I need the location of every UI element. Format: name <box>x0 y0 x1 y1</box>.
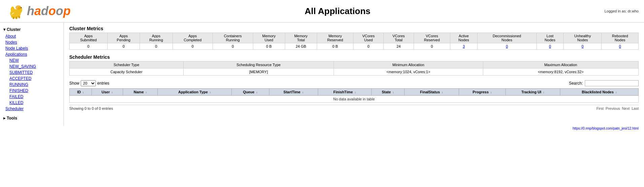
pagination-first[interactable]: First <box>596 106 603 110</box>
val-sched-min-alloc: <memory:1024, vCores:1> <box>334 68 483 76</box>
sidebar: ▾ Cluster About Nodes Node Labels Applic… <box>0 22 64 126</box>
sched-col-max-alloc: Maximum Allocation <box>483 61 638 68</box>
col-containers-running: ContainersRunning <box>213 33 253 43</box>
sidebar-item-finished[interactable]: FINISHED <box>0 88 64 94</box>
col-apps-submitted: AppsSubmitted <box>70 33 108 43</box>
col-apps-completed: AppsCompleted <box>173 33 213 43</box>
content-area: Cluster Metrics AppsSubmitted AppsPendin… <box>64 22 644 126</box>
col-memory-used: MemoryUsed <box>253 33 285 43</box>
cluster-section-header[interactable]: ▾ Cluster <box>0 26 64 33</box>
sidebar-item-failed[interactable]: FAILED <box>0 94 64 100</box>
entries-label: entries <box>97 81 109 86</box>
entries-select[interactable]: 10 20 25 50 100 <box>81 80 96 86</box>
val-apps-submitted: 0 <box>70 43 108 50</box>
sidebar-item-running[interactable]: RUNNING <box>0 82 64 88</box>
val-sched-type: Capacity Scheduler <box>70 68 184 76</box>
val-apps-completed: 0 <box>173 43 213 50</box>
apps-col-start-time[interactable]: StartTime ↕ <box>269 89 318 96</box>
sidebar-item-node-labels[interactable]: Node Labels <box>0 45 64 51</box>
scheduler-metrics-row: Capacity Scheduler [MEMORY] <memory:1024… <box>70 68 639 76</box>
cluster-metrics-row: 0 0 0 0 0 0 B 24 GB 0 B 0 24 0 3 0 0 0 0 <box>70 43 639 50</box>
apps-col-blacklisted-nodes[interactable]: Blacklisted Nodes ↕ <box>560 89 638 96</box>
hadoop-logo-icon <box>5 3 26 19</box>
logo-area: hadoop <box>5 3 71 19</box>
val-active-nodes[interactable]: 3 <box>450 43 478 50</box>
show-label: Show <box>69 81 79 86</box>
apps-col-finish-time[interactable]: FinishTime ↕ <box>318 89 371 96</box>
pagination-previous[interactable]: Previous <box>606 106 620 110</box>
show-entries-control: Show 10 20 25 50 100 entries <box>69 80 109 86</box>
col-decommissioned-nodes: DecommissionedNodes <box>477 33 536 43</box>
svg-point-5 <box>21 7 22 8</box>
sched-col-min-alloc: Minimum Allocation <box>334 61 483 68</box>
pagination-next[interactable]: Next <box>622 106 630 110</box>
no-data-row: No data available in table <box>70 96 639 103</box>
sidebar-item-new[interactable]: NEW <box>0 57 64 63</box>
sidebar-item-about[interactable]: About <box>0 33 64 39</box>
svg-rect-7 <box>15 16 17 19</box>
apps-col-state[interactable]: State ↕ <box>371 89 404 96</box>
logged-in-label: Logged in as: dr.who <box>604 9 639 13</box>
col-rebooted-nodes: RebootedNodes <box>602 33 639 43</box>
applications-table: ID ↕ User ↕ Name ↕ Application Type ↕ Qu… <box>69 88 639 103</box>
pagination-buttons: First Previous Next Last <box>596 106 639 110</box>
sidebar-item-applications[interactable]: Applications <box>0 51 64 57</box>
url-link[interactable]: https://0.rmp/blogspot.com/patn_jesi/12.… <box>573 127 639 130</box>
pagination-last[interactable]: Last <box>632 106 639 110</box>
url-bar: https://0.rmp/blogspot.com/patn_jesi/12.… <box>0 126 644 132</box>
col-lost-nodes: LostNodes <box>536 33 564 43</box>
page-title: All Applications <box>71 6 604 16</box>
val-apps-running: 0 <box>140 43 173 50</box>
sidebar-item-accepted[interactable]: ACCEPTED <box>0 76 64 82</box>
val-memory-total: 24 GB <box>285 43 317 50</box>
val-rebooted-nodes[interactable]: 0 <box>602 43 639 50</box>
col-vcores-reserved: VCoresReserved <box>414 33 450 43</box>
svg-point-3 <box>11 6 14 12</box>
apps-col-name[interactable]: Name ↕ <box>123 89 158 96</box>
tools-label: Tools <box>7 116 17 121</box>
val-vcores-total: 24 <box>383 43 414 50</box>
svg-rect-6 <box>12 16 14 19</box>
sidebar-item-scheduler[interactable]: Scheduler <box>0 106 64 112</box>
val-vcores-used: 0 <box>353 43 384 50</box>
sidebar-item-submitted[interactable]: SUBMITTED <box>0 69 64 76</box>
sidebar-item-new-saving[interactable]: NEW_SAVING <box>0 63 64 69</box>
apps-col-tracking-ui[interactable]: Tracking UI ↕ <box>505 89 560 96</box>
apps-col-final-status[interactable]: FinalStatus ↕ <box>404 89 459 96</box>
apps-col-app-type[interactable]: Application Type ↕ <box>158 89 231 96</box>
collapse-icon: ▾ <box>3 27 5 32</box>
top-bar: hadoop All Applications Logged in as: dr… <box>0 0 644 22</box>
col-vcores-used: VCoresUsed <box>353 33 384 43</box>
val-unhealthy-nodes[interactable]: 0 <box>564 43 602 50</box>
cluster-metrics-title: Cluster Metrics <box>69 26 639 31</box>
cluster-metrics-table: AppsSubmitted AppsPending AppsRunning Ap… <box>69 33 639 50</box>
no-data-message: No data available in table <box>70 96 639 103</box>
scheduler-metrics-title: Scheduler Metrics <box>69 54 639 60</box>
col-memory-reserved: MemoryReserved <box>317 33 353 43</box>
val-memory-used: 0 B <box>253 43 285 50</box>
val-apps-pending: 0 <box>107 43 140 50</box>
sched-col-type: Scheduler Type <box>70 61 184 68</box>
sidebar-item-nodes[interactable]: Nodes <box>0 39 64 45</box>
search-input[interactable] <box>585 80 639 86</box>
col-active-nodes: ActiveNodes <box>450 33 478 43</box>
val-lost-nodes[interactable]: 0 <box>536 43 564 50</box>
tools-expand-icon: ▸ <box>3 116 5 121</box>
cluster-label: Cluster <box>7 27 21 32</box>
val-memory-reserved: 0 B <box>317 43 353 50</box>
svg-point-4 <box>15 5 21 10</box>
logo-text: hadoop <box>27 4 71 18</box>
apps-col-queue[interactable]: Queue ↕ <box>231 89 269 96</box>
col-apps-running: AppsRunning <box>140 33 173 43</box>
search-area: Search: <box>569 80 639 86</box>
tools-section-header[interactable]: ▸ Tools <box>0 114 64 123</box>
apps-col-user[interactable]: User ↕ <box>91 89 123 96</box>
showing-entries-label: Showing 0 to 0 of 0 entries <box>69 106 113 110</box>
val-decommissioned-nodes[interactable]: 0 <box>477 43 536 50</box>
val-containers-running: 0 <box>213 43 253 50</box>
apps-col-progress[interactable]: Progress ↕ <box>459 89 505 96</box>
table-footer: Showing 0 to 0 of 0 entries First Previo… <box>69 105 639 112</box>
sidebar-item-killed[interactable]: KILLED <box>0 100 64 106</box>
table-controls: Show 10 20 25 50 100 entries Search: <box>69 80 639 86</box>
apps-col-id[interactable]: ID ↕ <box>70 89 92 96</box>
